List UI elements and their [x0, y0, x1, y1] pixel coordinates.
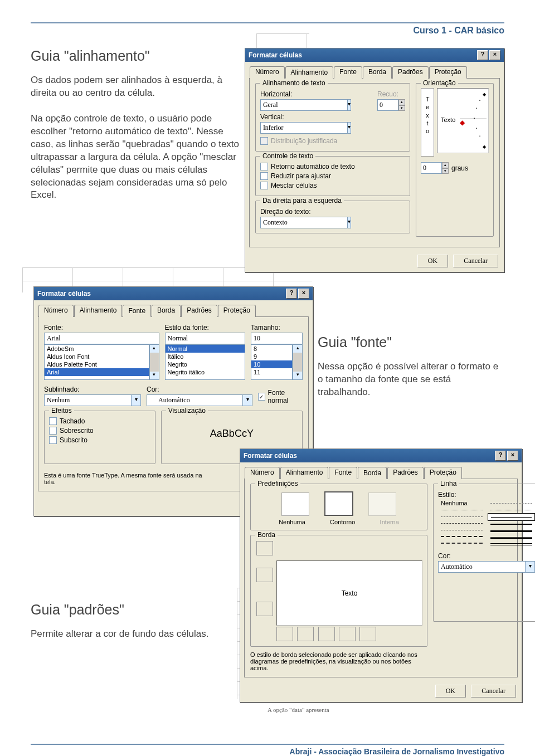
section3-text: Permite alterar a cor de fundo das célul… [31, 628, 215, 641]
tab-protecao[interactable]: Proteção [218, 305, 256, 317]
label-cor-borda: Cor: [438, 552, 535, 560]
border-diag1-button[interactable] [276, 627, 293, 641]
tab-numero[interactable]: Número [250, 66, 285, 79]
spinner-degrees[interactable]: ▴▾ [421, 162, 449, 174]
fragment-text: A opção "data" apresenta [268, 706, 329, 713]
cancel-button[interactable]: Cancelar [453, 255, 498, 267]
tab-protecao[interactable]: Proteção [429, 66, 467, 79]
list-tamanho[interactable]: 8 9 10 11 [251, 344, 293, 380]
preset-none[interactable] [281, 492, 309, 516]
cancel-button[interactable]: Cancelar [471, 685, 516, 698]
label-fonte: Fonte: [44, 324, 159, 331]
ok-button[interactable]: OK [435, 685, 466, 698]
combo-cor-borda[interactable]: ▾ [438, 561, 535, 573]
check-fonte-normal[interactable]: ✓Fonte normal [258, 389, 303, 404]
page-footer: Abraji - Associação Brasileira de Jornal… [31, 744, 504, 756]
tab-alinhamento[interactable]: Alinhamento [280, 467, 329, 479]
label-graus: graus [451, 164, 468, 172]
group-text-control: Controle de texto Retorno automático de … [255, 156, 410, 196]
border-top-button[interactable] [256, 541, 273, 555]
dialog-format-cells-border: Formatar células ? × Número Alinhamento … [240, 448, 522, 703]
preset-inside [368, 492, 396, 516]
label-tamanho: Tamanho: [251, 324, 303, 331]
help-icon[interactable]: ? [286, 289, 297, 299]
tab-padroes[interactable]: Padrões [392, 66, 429, 79]
tab-borda[interactable]: Borda [358, 467, 387, 479]
help-icon[interactable]: ? [495, 451, 506, 461]
tab-fonte[interactable]: Fonte [329, 467, 357, 479]
border-diag2-button[interactable] [359, 627, 376, 641]
group-orientation: Orientação T e x t o Texto ◆ ◆ • • • • •… [416, 83, 494, 237]
section2-title: Guia "fonte" [318, 334, 504, 350]
group-efeitos: Efeitos Tachado Sobrescrito Subscrito [44, 411, 155, 464]
scrollbar[interactable]: ▴▾ [149, 344, 159, 380]
check-distrib-justificada: Distribuição justificada [260, 137, 372, 145]
section2-text: Nessa opção é possível alterar o formato… [318, 360, 504, 399]
border-note: O estilo de borda selecionado pode ser a… [250, 651, 427, 671]
group-linha: Linha Estilo: Nenhuma [433, 484, 535, 622]
tab-numero[interactable]: Número [38, 305, 74, 317]
scrollbar[interactable]: ▴▾ [293, 344, 303, 380]
combo-sublinhado[interactable]: ▾ [44, 394, 141, 406]
tab-borda[interactable]: Borda [363, 66, 392, 79]
input-estilo[interactable] [165, 333, 246, 344]
close-icon[interactable]: × [489, 50, 500, 60]
border-right-button[interactable] [339, 627, 356, 641]
check-sobrescrito[interactable]: Sobrescrito [49, 427, 150, 435]
combo-text-direction[interactable]: ▾ [260, 217, 349, 228]
list-estilo[interactable]: Normal Itálico Negrito Negrito itálico [165, 344, 246, 380]
tab-fonte[interactable]: Fonte [123, 305, 151, 317]
section1-title: Guia "alinhamento" [31, 48, 242, 64]
tab-padroes[interactable]: Padrões [181, 305, 217, 317]
border-bottom-button[interactable] [256, 602, 273, 616]
label-recuo: Recuo: [377, 90, 405, 98]
label-vertical: Vertical: [260, 113, 372, 121]
help-icon[interactable]: ? [477, 50, 488, 60]
check-wrap-text[interactable]: Retorno automático de texto [260, 163, 405, 170]
dialog-format-cells-alignment: Formatar células ? × Número Alinhamento … [245, 48, 504, 272]
check-shrink-fit[interactable]: Reduzir para ajustar [260, 172, 405, 180]
label-horizontal: Horizontal: [260, 90, 372, 98]
group-borda: Borda Texto [250, 535, 427, 647]
combo-horizontal[interactable]: ▾ [260, 99, 349, 111]
close-icon[interactable]: × [507, 451, 518, 461]
orientation-dial[interactable]: Texto ◆ ◆ • • • • • ◆ [437, 88, 489, 153]
tab-numero[interactable]: Número [245, 467, 280, 479]
input-fonte[interactable] [44, 333, 159, 344]
preset-outline[interactable] [324, 491, 353, 516]
border-left-button[interactable] [297, 627, 314, 641]
check-subscrito[interactable]: Subscrito [49, 436, 150, 444]
check-merge-cells[interactable]: Mesclar células [260, 182, 405, 189]
ok-button[interactable]: OK [417, 255, 448, 267]
tab-protecao[interactable]: Proteção [424, 467, 462, 479]
list-fonte[interactable]: AdobeSm Aldus Icon Font Aldus Palette Fo… [44, 344, 149, 380]
input-tamanho[interactable] [251, 333, 303, 344]
tab-fonte[interactable]: Fonte [334, 66, 362, 79]
tab-borda[interactable]: Borda [152, 305, 181, 317]
page-header: Curso 1 - CAR básico [31, 22, 504, 48]
label-text-direction: Direção do texto: [260, 208, 405, 216]
section3-title: Guia "padrões" [31, 602, 215, 618]
tab-alinhamento[interactable]: Alinhamento [74, 305, 123, 317]
label-cor: Cor: [147, 386, 252, 393]
label-sublinhado: Sublinhado: [44, 386, 141, 393]
section1-text: Os dados podem ser alinhados à esquerda,… [31, 74, 242, 202]
check-tachado[interactable]: Tachado [49, 417, 150, 425]
combo-vertical[interactable]: ▾ [260, 122, 349, 134]
close-icon[interactable]: × [298, 289, 309, 299]
titlebar: Formatar células ? × [245, 48, 504, 62]
tabs: Número Alinhamento Fonte Borda Padrões P… [245, 62, 504, 78]
border-preview[interactable]: Texto [276, 560, 422, 626]
group-rtl: Da direita para a esquerda Direção do te… [255, 201, 410, 233]
border-mid-h-button[interactable] [256, 568, 273, 582]
line-style-picker[interactable]: Nenhuma [438, 500, 535, 548]
border-mid-v-button[interactable] [318, 627, 335, 641]
group-predefinicoes: Predefinições NenhumaContornoInterna [250, 484, 427, 530]
tab-padroes[interactable]: Padrões [387, 467, 424, 479]
spinner-recuo[interactable]: ▴▾ [377, 99, 405, 111]
tab-alinhamento[interactable]: Alinhamento [285, 66, 334, 79]
combo-cor[interactable]: ▾ [147, 394, 252, 406]
font-preview: AaBbCcY [166, 416, 298, 440]
label-estilo: Estilo da fonte: [165, 324, 246, 331]
vertical-text-button[interactable]: T e x t o [421, 88, 434, 157]
